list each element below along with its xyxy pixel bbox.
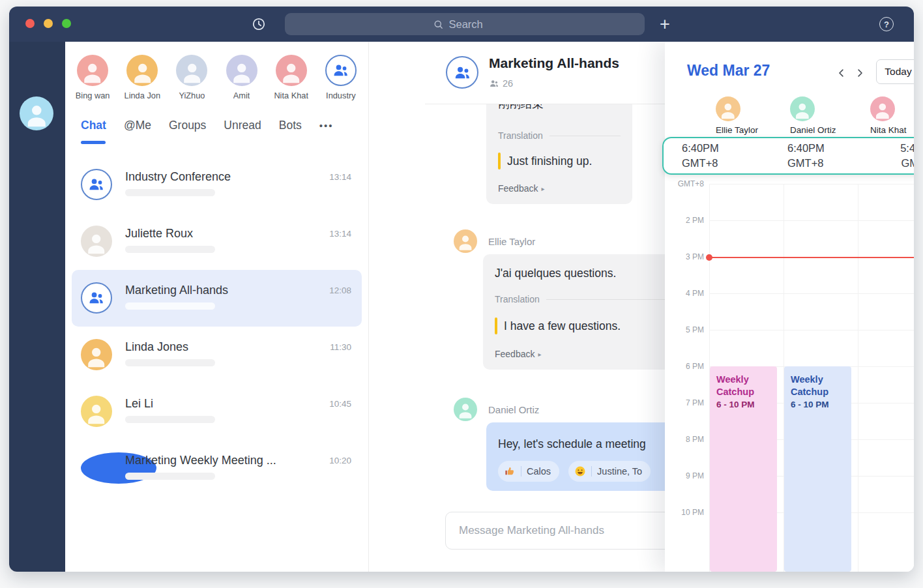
calendar-attendees: Ellie Taylor Daniel Ortiz Nita K — [709, 96, 914, 135]
reaction-names: Calos — [527, 466, 551, 477]
contact-item[interactable]: Bing wan — [68, 55, 117, 100]
translation-accent-bar — [495, 317, 497, 334]
user-avatar[interactable] — [20, 96, 53, 130]
message-sender-row: Daniel Ortiz — [454, 398, 539, 421]
reaction-chip[interactable]: Justine, To — [568, 461, 651, 482]
reaction-chip[interactable]: Calos — [498, 461, 559, 482]
chat-list-panel: Bing wan Linda Jon — [65, 42, 369, 572]
attendee-column-header[interactable]: Daniel Ortiz — [784, 96, 864, 135]
reaction-names: Justine, To — [597, 466, 642, 477]
calendar-grid[interactable]: GMT+8 2 PM 3 PM 4 PM — [709, 184, 914, 572]
message-original-text: J'ai quelques questions. — [495, 265, 668, 282]
conversation-name: Marketing All-hands — [125, 284, 228, 297]
conversation-avatar — [81, 339, 112, 370]
timezone-cell: 6:40PM GMT+8 — [682, 141, 787, 171]
chevron-left-icon[interactable] — [833, 65, 850, 81]
conversation-name: Linda Jones — [125, 340, 188, 354]
conversation-item[interactable]: Marketing All-hands 12:08 — [72, 270, 362, 327]
conversation-item[interactable]: Industry Conference 13:14 — [72, 156, 362, 213]
conversation-time: 10:20 — [329, 456, 351, 465]
conversation-item[interactable]: Marketing Weekly Meeting ... 10:20 — [72, 440, 362, 497]
calendar-event[interactable]: Weekly Catchup 6 - 10 PM — [784, 366, 851, 572]
hour-label: 2 PM — [669, 216, 704, 225]
tab-item[interactable]: Unread — [224, 119, 261, 135]
message-bubble: J'ai quelques questions. Translation I h… — [483, 254, 680, 370]
conversation-time: 10:45 — [329, 399, 351, 409]
hour-row: 3 PM — [709, 257, 914, 293]
conversation-item[interactable]: Juliette Roux 13:14 — [72, 213, 362, 270]
member-count[interactable]: 26 — [489, 78, 513, 89]
app-sidebar — [9, 42, 65, 572]
translation-divider — [549, 136, 621, 136]
sender-avatar[interactable] — [454, 398, 477, 421]
column-divider — [858, 184, 858, 572]
history-icon[interactable] — [251, 16, 267, 32]
add-icon[interactable]: + — [657, 16, 673, 32]
hour-label: 6 PM — [669, 362, 704, 371]
hour-label: 8 PM — [669, 435, 704, 444]
hour-row: 4 PM — [709, 293, 914, 330]
chevron-right-icon[interactable] — [851, 65, 868, 81]
translation-divider — [546, 299, 668, 300]
message-sender-row: Ellie Taylor — [454, 229, 535, 253]
contact-name: Amit — [233, 91, 250, 100]
conversation-item[interactable]: Linda Jones 11:30 — [72, 327, 362, 383]
conversation-name: Lei Li — [125, 397, 153, 411]
message-translated-text: I have a few questions. — [504, 317, 621, 334]
conversation-avatar — [81, 169, 112, 200]
contact-item[interactable]: Linda Jon — [117, 55, 167, 100]
message-translated-text: Just finishing up. — [507, 153, 592, 169]
timezone-label: GMT+7 — [898, 156, 914, 171]
sender-avatar[interactable] — [454, 229, 477, 253]
local-time: 6:40PM — [787, 141, 898, 156]
conversation-item[interactable]: Lei Li 10:45 — [72, 383, 362, 440]
main-content: Bing wan Linda Jon — [65, 42, 914, 572]
search-input[interactable] — [449, 18, 497, 31]
message-preview-placeholder — [125, 302, 215, 310]
hour-label: 3 PM — [669, 252, 704, 261]
message-bubble: Hey, let's schedule a meeting Calos — [486, 422, 694, 491]
translation-label: Translation — [498, 130, 543, 141]
close-button[interactable] — [25, 19, 35, 28]
search-bar[interactable] — [285, 13, 645, 35]
contact-item[interactable]: Amit — [217, 55, 267, 100]
hour-row: 2 PM — [709, 220, 914, 257]
calendar-event[interactable]: Weekly Catchup 6 - 10 PM — [710, 366, 777, 572]
more-tabs-icon[interactable]: ••• — [319, 120, 334, 134]
contact-name: Linda Jon — [125, 91, 161, 100]
contact-item[interactable]: YiZhuo — [167, 55, 216, 100]
message-input[interactable] — [445, 512, 675, 550]
conversation-time: 11:30 — [330, 342, 351, 352]
tab-item[interactable]: Bots — [279, 119, 302, 135]
app-window: + ? Bing wan — [9, 7, 914, 572]
conversation-name: Juliette Roux — [125, 227, 193, 241]
local-time: 5:40PM — [898, 141, 914, 156]
message-preview-placeholder — [125, 473, 215, 480]
translation-accent-bar — [498, 153, 501, 169]
help-icon[interactable]: ? — [879, 16, 894, 32]
attendee-column-header[interactable]: Ellie Taylor — [709, 96, 784, 135]
minimize-button[interactable] — [44, 19, 53, 28]
conversation-name: Industry Conference — [125, 170, 231, 184]
contact-item[interactable]: Nita Khat — [267, 55, 316, 100]
thumbs-up-icon — [504, 465, 516, 477]
contact-item[interactable]: Industry — [316, 55, 366, 100]
hour-row: 5 PM — [709, 330, 914, 366]
conversation-header-avatar[interactable] — [446, 56, 478, 89]
conversation-header: Marketing All-hands 26 — [425, 42, 674, 104]
tab-item[interactable]: Chat — [81, 119, 106, 135]
zoom-button[interactable] — [62, 19, 71, 28]
tab-item[interactable]: @Me — [124, 119, 151, 135]
hour-label: 7 PM — [669, 398, 704, 407]
feedback-link[interactable]: Feedback▸ — [498, 183, 621, 194]
calendar-panel: Wed Mar 27 Today Ellie Taylor — [665, 42, 914, 572]
feedback-link[interactable]: Feedback▸ — [495, 349, 668, 359]
tab-item[interactable]: Groups — [169, 119, 206, 135]
attendee-column-header[interactable]: Nita Khat — [864, 96, 907, 135]
hour-row: GMT+8 — [709, 184, 914, 220]
contact-avatar — [176, 55, 207, 86]
conversation-name: Marketing Weekly Meeting ... — [125, 454, 276, 467]
today-button[interactable]: Today — [876, 59, 914, 84]
conversation-avatar — [81, 282, 112, 314]
translation-label: Translation — [495, 294, 540, 304]
